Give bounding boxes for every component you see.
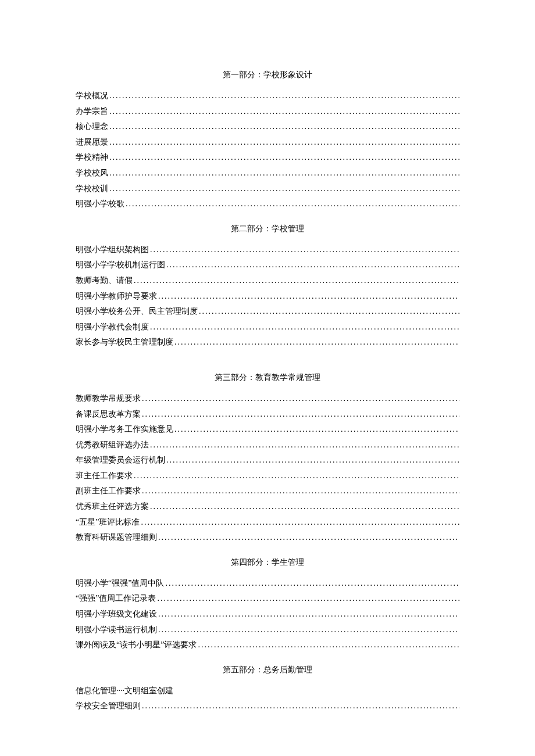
toc-entry-label: 明强小学教师护导要求 — [76, 289, 157, 304]
toc-entry: 明强小学组织架构图 — [76, 242, 459, 258]
toc-leader-dots — [134, 468, 459, 484]
toc-entry: 明强小学校务公开、民主管理制度 — [76, 304, 459, 320]
toc-leader-dots — [158, 289, 459, 304]
toc-leader-dots — [158, 530, 459, 546]
toc-entry-label: 教师教学吊规要求 — [76, 391, 141, 407]
toc-entry-label: 学校安全管理细则 — [76, 698, 141, 714]
toc-leader-dots — [158, 607, 459, 622]
section-title: 第一部分：学校形象设计 — [76, 70, 459, 80]
toc-entry: 明强小学校歌 — [76, 196, 459, 212]
toc-entry: 教育科研课题管理细则 — [76, 530, 459, 546]
toc-entry-label: 学校校训 — [76, 181, 108, 197]
toc-leader-dots — [142, 698, 459, 714]
document-root: 第一部分：学校形象设计学校概况办学宗旨核心理念进展愿景学校精神学校校风学校校训明… — [76, 70, 459, 714]
section-gap — [76, 350, 459, 361]
toc-entry-label: 明强小学校歌 — [76, 196, 124, 212]
toc-leader-dots — [199, 304, 459, 320]
toc-entry: 学校概况 — [76, 88, 459, 104]
toc-leader-dots — [166, 257, 459, 273]
toc-entry: 明强小学班级文化建设 — [76, 607, 459, 622]
toc-leader-dots — [157, 591, 459, 607]
toc-entry: 学校安全管理细则 — [76, 698, 459, 714]
toc-leader-dots — [166, 453, 459, 468]
toc-entry: 明强小学学校机制运行图 — [76, 257, 459, 273]
section-title: 第三部分：教育教学常规管理 — [76, 372, 459, 383]
toc-leader-dots — [150, 242, 459, 258]
toc-leader-dots — [142, 407, 459, 422]
toc-entry-label: 明强小学教代会制度 — [76, 320, 149, 335]
toc-entry-label: 班主任工作要求 — [76, 468, 133, 484]
toc-entry: 备课反思改革方案 — [76, 407, 459, 422]
toc-entry-label: 家长参与学校民主管理制度 — [76, 335, 173, 350]
toc-entry-label: 明强小学读书运行机制 — [76, 622, 157, 638]
toc-leader-dots — [150, 499, 459, 515]
toc-entry: 教师教学吊规要求 — [76, 391, 459, 407]
toc-leader-dots — [109, 166, 459, 181]
toc-entry-label: 明强小学“强强”值周中队 — [76, 576, 164, 592]
toc-entry: 明强小学“强强”值周中队 — [76, 576, 459, 592]
toc-entry-label: 备课反思改革方案 — [76, 407, 141, 422]
toc-leader-dots — [174, 335, 459, 350]
toc-entry-label: 明强小学考务工作实施意见 — [76, 422, 173, 438]
toc-entry: 进展愿景 — [76, 135, 459, 151]
toc-entry-label: 教育科研课题管理细则 — [76, 530, 157, 546]
toc-leader-dots — [109, 135, 459, 151]
toc-entry: 办学宗旨 — [76, 104, 459, 120]
toc-entry: 家长参与学校民主管理制度 — [76, 335, 459, 350]
toc-entry-label: 进展愿景 — [76, 135, 108, 151]
toc-entry: 明强小学考务工作实施意见 — [76, 422, 459, 438]
section-title: 第二部分：学校管理 — [76, 224, 459, 234]
toc-entry-label: 课外阅读及“读书小明星”评选要求 — [76, 637, 197, 653]
toc-entry: 优秀班主任评选方案 — [76, 499, 459, 515]
toc-entry: 明强小学读书运行机制 — [76, 622, 459, 638]
toc-entry-plain: 信息化管理····文明组室创建 — [76, 683, 459, 699]
toc-leader-dots — [134, 273, 459, 289]
toc-entry-label: “五星”班评比标准 — [76, 515, 140, 531]
section-title: 第四部分：学生管理 — [76, 557, 459, 568]
toc-leader-dots — [174, 422, 459, 438]
toc-entry: 副班主任工作要求 — [76, 483, 459, 499]
toc-entry: 教师考勤、请假 — [76, 273, 459, 289]
toc-entry: 学校校训 — [76, 181, 459, 197]
toc-leader-dots — [109, 119, 459, 135]
toc-leader-dots — [165, 576, 459, 592]
toc-entry: “强强”值周工作记录表 — [76, 591, 459, 607]
toc-entry: 核心理念 — [76, 119, 459, 135]
toc-leader-dots — [109, 88, 459, 104]
toc-leader-dots — [150, 320, 459, 335]
toc-leader-dots — [109, 181, 459, 197]
toc-entry: 优秀教研组评选办法 — [76, 438, 459, 453]
toc-entry: 学校精神 — [76, 150, 459, 166]
section-title: 第五部分：总务后勤管理 — [76, 665, 459, 675]
toc-entry-label: 明强小学校务公开、民主管理制度 — [76, 304, 198, 320]
toc-entry-label: 年级管理委员会运行机制 — [76, 453, 165, 468]
toc-entry-label: “强强”值周工作记录表 — [76, 591, 156, 607]
toc-entry-label: 学校概况 — [76, 88, 108, 104]
toc-entry: 年级管理委员会运行机制 — [76, 453, 459, 468]
toc-entry-label: 学校精神 — [76, 150, 108, 166]
toc-entry-label: 优秀教研组评选办法 — [76, 438, 149, 453]
toc-leader-dots — [150, 438, 459, 453]
toc-entry-label: 教师考勤、请假 — [76, 273, 133, 289]
toc-leader-dots — [141, 515, 459, 531]
toc-entry: 明强小学教师护导要求 — [76, 289, 459, 304]
toc-entry-label: 学校校风 — [76, 166, 108, 181]
toc-entry: 明强小学教代会制度 — [76, 320, 459, 335]
toc-leader-dots — [142, 391, 459, 407]
toc-entry-label: 核心理念 — [76, 119, 108, 135]
toc-leader-dots — [158, 622, 459, 638]
toc-leader-dots — [126, 196, 459, 212]
toc-entry-label: 优秀班主任评选方案 — [76, 499, 149, 515]
toc-entry: 班主任工作要求 — [76, 468, 459, 484]
toc-entry-label: 明强小学组织架构图 — [76, 242, 149, 258]
toc-leader-dots — [142, 483, 459, 499]
toc-leader-dots — [198, 637, 459, 653]
toc-leader-dots — [109, 150, 459, 166]
toc-entry: 课外阅读及“读书小明星”评选要求 — [76, 637, 459, 653]
toc-entry-label: 明强小学班级文化建设 — [76, 607, 157, 622]
toc-entry-label: 副班主任工作要求 — [76, 483, 141, 499]
toc-entry-label: 明强小学学校机制运行图 — [76, 257, 165, 273]
toc-leader-dots — [109, 104, 459, 120]
toc-entry: “五星”班评比标准 — [76, 515, 459, 531]
toc-entry: 学校校风 — [76, 166, 459, 181]
